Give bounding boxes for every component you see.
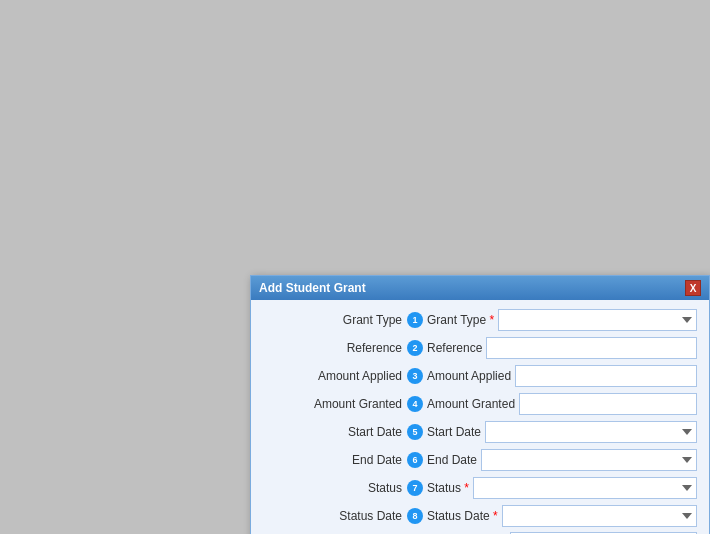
- start-date-row: Start Date 5 Start Date: [263, 420, 697, 444]
- status-date-label: Status Date: [339, 509, 402, 523]
- status-label-group: Status 7: [263, 480, 423, 496]
- status-select[interactable]: [473, 477, 697, 499]
- status-date-row: Status Date 8 Status Date *: [263, 504, 697, 528]
- amount-granted-field-label: Amount Granted: [427, 397, 515, 411]
- status-label: Status: [368, 481, 402, 495]
- grant-type-select[interactable]: [498, 309, 697, 331]
- status-row: Status 7 Status *: [263, 476, 697, 500]
- amount-granted-row: Amount Granted 4 Amount Granted: [263, 392, 697, 416]
- start-date-field-label: Start Date: [427, 425, 481, 439]
- reference-label-group: Reference 2: [263, 340, 423, 356]
- amount-granted-label: Amount Granted: [314, 397, 402, 411]
- amount-applied-label: Amount Applied: [318, 369, 402, 383]
- start-date-label: Start Date: [348, 425, 402, 439]
- end-date-label: End Date: [352, 453, 402, 467]
- status-date-required: *: [493, 509, 498, 523]
- amount-granted-label-group: Amount Granted 4: [263, 396, 423, 412]
- status-field-label: Status *: [427, 481, 469, 495]
- badge-7: 7: [407, 480, 423, 496]
- badge-1: 1: [407, 312, 423, 328]
- grant-type-field-label: Grant Type *: [427, 313, 494, 327]
- grant-type-label: Grant Type: [343, 313, 402, 327]
- status-date-label-group: Status Date 8: [263, 508, 423, 524]
- end-date-label-group: End Date 6: [263, 452, 423, 468]
- badge-8: 8: [407, 508, 423, 524]
- grant-type-label-group: Grant Type 1: [263, 312, 423, 328]
- grant-type-required: *: [489, 313, 494, 327]
- close-button[interactable]: X: [685, 280, 701, 296]
- amount-applied-field-label: Amount Applied: [427, 369, 511, 383]
- badge-2: 2: [407, 340, 423, 356]
- reference-field-label: Reference: [427, 341, 482, 355]
- badge-3: 3: [407, 368, 423, 384]
- status-date-select[interactable]: [502, 505, 697, 527]
- dialog-title-text: Add Student Grant: [259, 281, 366, 295]
- status-required: *: [464, 481, 469, 495]
- status-date-field-label: Status Date *: [427, 509, 498, 523]
- dialog-body: Grant Type 1 Grant Type * Reference 2 Re…: [251, 300, 709, 534]
- amount-granted-input[interactable]: [519, 393, 697, 415]
- reference-input[interactable]: [486, 337, 697, 359]
- end-date-select[interactable]: [481, 449, 697, 471]
- end-date-row: End Date 6 End Date: [263, 448, 697, 472]
- reference-row: Reference 2 Reference: [263, 336, 697, 360]
- amount-applied-row: Amount Applied 3 Amount Applied: [263, 364, 697, 388]
- amount-applied-input[interactable]: [515, 365, 697, 387]
- grant-type-row: Grant Type 1 Grant Type *: [263, 308, 697, 332]
- reference-label: Reference: [347, 341, 402, 355]
- start-date-select[interactable]: [485, 421, 697, 443]
- start-date-label-group: Start Date 5: [263, 424, 423, 440]
- badge-4: 4: [407, 396, 423, 412]
- dialog-title-bar: Add Student Grant X: [251, 276, 709, 300]
- badge-5: 5: [407, 424, 423, 440]
- badge-6: 6: [407, 452, 423, 468]
- end-date-field-label: End Date: [427, 453, 477, 467]
- amount-applied-label-group: Amount Applied 3: [263, 368, 423, 384]
